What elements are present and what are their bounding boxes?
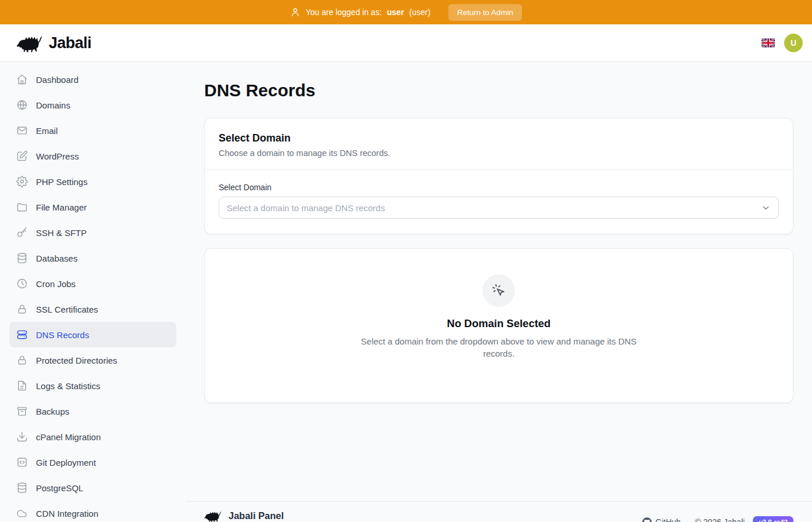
sidebar-item-domains[interactable]: Domains (9, 92, 176, 118)
folder-icon (16, 201, 28, 213)
sidebar-item-email[interactable]: Email (9, 118, 176, 143)
archive-icon (16, 405, 28, 417)
footer-separator: · (687, 517, 690, 522)
version-badge: v2.0-rc42 (753, 516, 793, 522)
sidebar-item-label: PostgreSQL (36, 483, 84, 493)
gear-icon (16, 176, 28, 187)
code-icon (16, 456, 28, 468)
sidebar-item-label: CDN Integration (36, 509, 99, 519)
sidebar: DashboardDomainsEmailWordPressPHP Settin… (0, 62, 186, 522)
sidebar-item-label: SSH & SFTP (36, 228, 87, 238)
chevron-down-icon (761, 203, 771, 213)
select-domain-card: Select Domain Choose a domain to manage … (204, 118, 793, 234)
select-domain-card-header: Select Domain Choose a domain to manage … (205, 118, 793, 170)
domain-select-placeholder: Select a domain to manage DNS records (227, 203, 385, 213)
login-message-prefix: You are logged in as: (306, 8, 382, 17)
sidebar-item-backups[interactable]: Backups (9, 398, 176, 424)
footer-brand-name: Jabali Panel (229, 510, 284, 521)
header-actions: U (762, 34, 803, 52)
card-description: Choose a domain to manage its DNS record… (219, 148, 779, 158)
brand-logo[interactable]: Jabali (16, 33, 92, 53)
sidebar-item-label: cPanel Migration (36, 432, 101, 442)
server-icon (16, 329, 28, 340)
sidebar-item-label: Dashboard (36, 75, 78, 85)
sidebar-item-label: WordPress (36, 151, 79, 161)
sidebar-item-databases[interactable]: Databases (9, 245, 176, 271)
file-text-icon (16, 380, 28, 392)
github-label: GitHub (655, 517, 681, 522)
sidebar-item-ssl-certificates[interactable]: SSL Certificates (9, 296, 176, 322)
globe-icon (16, 99, 28, 111)
sidebar-nav: DashboardDomainsEmailWordPressPHP Settin… (9, 67, 176, 522)
sidebar-item-label: Databases (36, 253, 78, 263)
download-icon (16, 431, 28, 443)
login-role-suffix: (user) (409, 8, 431, 17)
sidebar-item-label: Cron Jobs (36, 279, 75, 289)
return-to-admin-button[interactable]: Return to Admin (448, 4, 522, 21)
sidebar-item-dns-records[interactable]: DNS Records (9, 322, 176, 347)
login-username: user (387, 8, 404, 17)
sidebar-item-label: DNS Records (36, 330, 89, 340)
empty-state-description: Select a domain from the dropdown above … (345, 336, 652, 360)
boar-icon (204, 509, 222, 522)
home-icon (16, 74, 28, 85)
sidebar-item-wordpress[interactable]: WordPress (9, 143, 176, 169)
database-icon (16, 252, 28, 264)
empty-state-card: No Domain Selected Select a domain from … (204, 248, 793, 403)
sidebar-item-dashboard[interactable]: Dashboard (9, 67, 176, 92)
edit-icon (16, 150, 28, 162)
footer-links: GitHub · © 2026 Jabali v2.0-rc42 (642, 516, 793, 522)
footer-brand: Jabali Panel (204, 509, 284, 522)
sidebar-item-cdn-integration[interactable]: CDN Integration (9, 501, 176, 522)
lock-icon (16, 354, 28, 366)
sidebar-item-git-deployment[interactable]: Git Deployment (9, 449, 176, 475)
clock-icon (16, 278, 28, 289)
sidebar-item-cpanel-migration[interactable]: cPanel Migration (9, 424, 176, 449)
page-title: DNS Records (204, 81, 793, 100)
boar-icon (16, 33, 43, 53)
brand-name: Jabali (49, 34, 92, 52)
sidebar-item-ssh-sftp[interactable]: SSH & SFTP (9, 220, 176, 245)
sidebar-item-label: Logs & Statistics (36, 381, 100, 391)
key-icon (16, 227, 28, 238)
domain-select-label: Select Domain (219, 183, 779, 192)
domain-select[interactable]: Select a domain to manage DNS records (219, 197, 779, 219)
sidebar-item-file-manager[interactable]: File Manager (9, 194, 176, 220)
sidebar-item-label: Email (36, 126, 58, 136)
database-icon (16, 482, 28, 494)
sidebar-item-protected-directories[interactable]: Protected Directories (9, 347, 176, 373)
mouse-pointer-click-icon (483, 274, 515, 307)
copyright-text: © 2026 Jabali (695, 517, 745, 522)
sidebar-item-label: Protected Directories (36, 356, 117, 365)
sidebar-item-cron-jobs[interactable]: Cron Jobs (9, 271, 176, 296)
github-icon (642, 517, 652, 522)
user-avatar[interactable]: U (784, 34, 803, 52)
sidebar-item-label: SSL Certificates (36, 304, 98, 314)
sidebar-item-label: Git Deployment (36, 458, 96, 467)
sidebar-item-php-settings[interactable]: PHP Settings (9, 169, 176, 194)
sidebar-item-label: File Manager (36, 202, 87, 212)
cloud-icon (16, 507, 28, 519)
sidebar-item-postgresql[interactable]: PostgreSQL (9, 475, 176, 501)
github-link[interactable]: GitHub (642, 517, 681, 522)
uk-flag-icon[interactable] (762, 38, 775, 48)
lock-icon (16, 303, 28, 315)
select-domain-card-body: Select Domain Select a domain to manage … (205, 170, 793, 234)
mail-icon (16, 125, 28, 136)
user-icon (290, 7, 300, 17)
sidebar-item-label: PHP Settings (36, 177, 88, 187)
impersonation-banner: You are logged in as: user (user) Return… (0, 0, 812, 24)
main-content: DNS Records Select Domain Choose a domai… (186, 62, 812, 501)
sidebar-item-label: Domains (36, 100, 70, 110)
sidebar-item-logs-statistics[interactable]: Logs & Statistics (9, 373, 176, 398)
sidebar-item-label: Backups (36, 407, 70, 416)
card-title: Select Domain (219, 132, 779, 144)
empty-state-title: No Domain Selected (219, 317, 779, 330)
app-footer: Jabali Panel GitHub · © 2026 Jabali v2.0… (186, 501, 812, 522)
app-header: Jabali U (0, 24, 812, 62)
